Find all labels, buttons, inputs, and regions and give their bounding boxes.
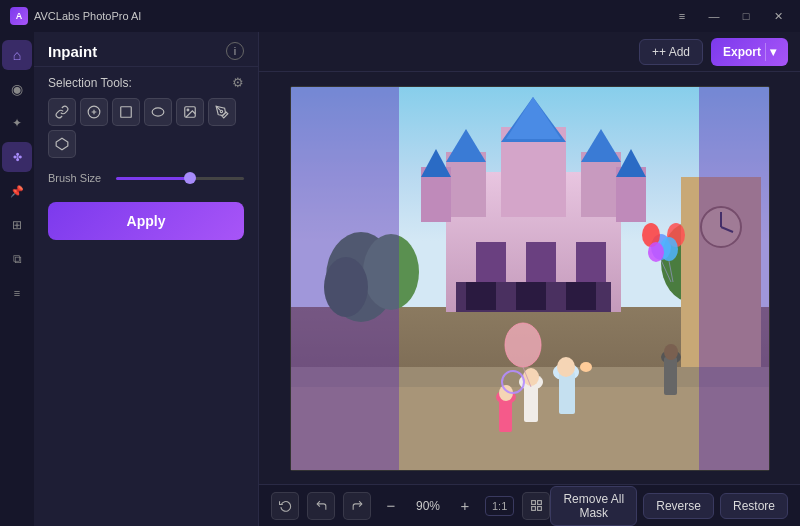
fit-view-button[interactable]: [522, 492, 550, 520]
apply-button[interactable]: Apply: [48, 202, 244, 240]
export-divider: [765, 43, 766, 61]
sidebar-item-pin[interactable]: 📌: [2, 176, 32, 206]
gear-icon[interactable]: ⚙: [232, 75, 244, 90]
zoom-out-button[interactable]: −: [379, 494, 403, 518]
add-button[interactable]: + + Add: [639, 39, 703, 65]
panel-title: Inpaint: [48, 43, 97, 60]
svg-rect-0: [121, 107, 132, 118]
selection-tools-row: Selection Tools: ⚙: [34, 67, 258, 94]
title-bar-left: A AVCLabs PhotoPro AI: [10, 7, 141, 25]
svg-rect-29: [466, 282, 496, 310]
svg-point-54: [648, 242, 664, 262]
zoom-value: 90%: [411, 499, 445, 513]
svg-rect-42: [559, 372, 575, 414]
main-layout: ⌂ ◉ ✦ ✤ 📌 ⊞ ⧉ ≡ Inpaint i Selection Tool…: [0, 32, 800, 526]
tool-ellipse[interactable]: [144, 98, 172, 126]
sidebar-item-home[interactable]: ⌂: [2, 40, 32, 70]
tool-brush[interactable]: [208, 98, 236, 126]
tool-polygon[interactable]: [48, 130, 76, 158]
svg-rect-14: [476, 242, 506, 282]
canvas-area[interactable]: [259, 72, 800, 484]
photo-canvas: [291, 87, 770, 471]
svg-rect-16: [576, 242, 606, 282]
brush-slider[interactable]: [116, 177, 244, 180]
redo-button[interactable]: [343, 492, 371, 520]
zoom-in-button[interactable]: +: [453, 494, 477, 518]
svg-point-4: [220, 110, 222, 112]
close-button[interactable]: ✕: [764, 6, 792, 26]
svg-rect-39: [524, 382, 538, 422]
zoom-1to1-button[interactable]: 1:1: [485, 496, 514, 516]
add-icon: +: [652, 45, 659, 59]
toolbar-right: Remove All Mask Reverse Restore: [550, 486, 788, 526]
app-icon: A: [10, 7, 28, 25]
bottom-toolbar: − 90% + 1:1 Remove All Mask Reverse Rest…: [259, 484, 800, 526]
content-area: + + Add Export ▾: [259, 32, 800, 526]
reverse-button[interactable]: Reverse: [643, 493, 714, 519]
minimize-button[interactable]: —: [700, 6, 728, 26]
tools-grid: [34, 94, 258, 166]
rotate-button[interactable]: [271, 492, 299, 520]
svg-rect-45: [499, 397, 512, 432]
info-button[interactable]: i: [226, 42, 244, 60]
maximize-button[interactable]: □: [732, 6, 760, 26]
panel-header: Inpaint i: [34, 32, 258, 67]
svg-point-47: [580, 362, 592, 372]
export-arrow-icon: ▾: [770, 45, 776, 59]
tool-link[interactable]: [48, 98, 76, 126]
app-title: AVCLabs PhotoPro AI: [34, 10, 141, 22]
svg-rect-65: [531, 507, 535, 511]
sidebar-item-crop[interactable]: ⊞: [2, 210, 32, 240]
svg-rect-58: [664, 357, 677, 395]
sidebar-item-enhance[interactable]: ✤: [2, 142, 32, 172]
tool-image[interactable]: [176, 98, 204, 126]
svg-marker-5: [56, 138, 68, 150]
sidebar-item-magic[interactable]: ✦: [2, 108, 32, 138]
svg-rect-63: [531, 501, 535, 505]
add-label: + Add: [659, 45, 690, 59]
svg-rect-15: [526, 242, 556, 282]
image-container[interactable]: [290, 86, 770, 471]
sidebar: ⌂ ◉ ✦ ✤ 📌 ⊞ ⧉ ≡: [0, 32, 34, 526]
svg-rect-30: [516, 282, 546, 310]
brush-size-row: Brush Size: [34, 166, 258, 194]
svg-point-59: [664, 344, 678, 360]
sidebar-item-layers[interactable]: ⧉: [2, 244, 32, 274]
selection-tools-label: Selection Tools:: [48, 76, 132, 90]
svg-point-43: [557, 357, 575, 377]
svg-rect-60: [291, 87, 399, 471]
hamburger-button[interactable]: ≡: [668, 6, 696, 26]
svg-point-40: [523, 368, 539, 386]
title-bar-controls: ≡ — □ ✕: [668, 6, 792, 26]
svg-point-1: [152, 108, 164, 116]
brush-slider-thumb[interactable]: [184, 172, 196, 184]
restore-button[interactable]: Restore: [720, 493, 788, 519]
svg-rect-66: [537, 507, 541, 511]
toolbar-left: − 90% + 1:1: [271, 492, 550, 520]
top-bar: + + Add Export ▾: [259, 32, 800, 72]
svg-rect-64: [537, 501, 541, 505]
tool-lasso[interactable]: [80, 98, 108, 126]
sidebar-item-person[interactable]: ◉: [2, 74, 32, 104]
svg-rect-61: [699, 87, 770, 471]
svg-rect-31: [566, 282, 596, 310]
sidebar-item-sliders[interactable]: ≡: [2, 278, 32, 308]
tool-rect[interactable]: [112, 98, 140, 126]
export-label: Export: [723, 45, 761, 59]
brush-size-label: Brush Size: [48, 172, 108, 184]
export-button[interactable]: Export ▾: [711, 38, 788, 66]
undo-button[interactable]: [307, 492, 335, 520]
remove-all-mask-button[interactable]: Remove All Mask: [550, 486, 637, 526]
left-panel: Inpaint i Selection Tools: ⚙: [34, 32, 259, 526]
svg-point-3: [187, 109, 189, 111]
svg-point-48: [505, 323, 541, 367]
title-bar: A AVCLabs PhotoPro AI ≡ — □ ✕: [0, 0, 800, 32]
